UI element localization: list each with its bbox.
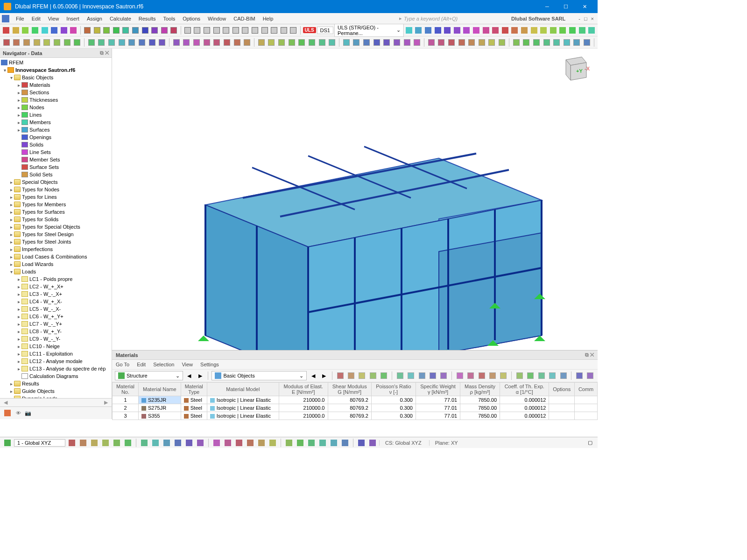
tree-load-lc8[interactable]: ▸LC8 - W_+_Y- [0,328,112,335]
sb-btn-19[interactable] [296,438,305,448]
sb-btn-12[interactable] [212,438,221,448]
tree-tail-guide-objects[interactable]: ▸Guide Objects [0,387,112,395]
tb2-btn-54[interactable] [572,38,582,47]
sb-btn-25[interactable] [368,438,377,448]
sb-btn-7[interactable] [151,438,160,448]
tree-item-lines[interactable]: ▸Lines [0,111,112,119]
tb2-btn-36[interactable] [382,38,391,47]
tb2-btn-14[interactable] [148,38,157,47]
coord-system-combo[interactable]: 1 - Global XYZ [14,439,65,447]
bptb-5[interactable] [395,371,404,380]
tb1-btn-c9[interactable] [270,26,279,35]
nav-scroll-right[interactable]: ▶ [101,399,111,406]
tb1-btn-4[interactable] [40,26,49,35]
tb1-btn-c11[interactable] [289,26,298,35]
bptb-2[interactable] [358,371,366,380]
loadcase-combo[interactable]: ULS (STR/GEO) - Permane...⌄ [334,24,404,37]
sb-btn-20[interactable] [307,438,316,448]
tree-folder-types-for-nodes[interactable]: ▸Types for Nodes [0,186,112,193]
bptb-12[interactable] [477,371,486,380]
menu-cad-bim[interactable]: CAD-BIM [230,13,259,24]
tb1-btn-d4[interactable] [443,26,452,35]
bptb-7[interactable] [417,371,426,380]
tb2-btn-35[interactable] [372,38,381,47]
tb2-btn-21[interactable] [222,38,232,47]
tb2-btn-5[interactable] [52,38,62,47]
tb2-btn-40[interactable] [427,38,436,47]
menu-help[interactable]: Help [259,13,277,24]
materials-grid[interactable]: MaterialNo.Material NameMaterialTypeMate… [112,382,598,438]
tb1-btn-b6[interactable] [141,26,149,35]
tb1-btn-c5[interactable] [232,26,240,35]
tb2-btn-4[interactable] [42,38,52,47]
mdi-close-icon[interactable]: × [589,16,596,21]
maximize-button[interactable]: ☐ [557,0,575,13]
tree-item-surface-sets[interactable]: Surface Sets [0,163,112,171]
material-row[interactable]: 1 S235JR Steel Isotropic | Linear Elasti… [113,396,598,404]
tb2-btn-13[interactable] [137,38,147,47]
tb2-btn-26[interactable] [277,38,286,47]
sb-btn-24[interactable] [357,438,366,448]
bptb-17[interactable] [537,371,546,380]
tb2-btn-27[interactable] [287,38,296,47]
tb2-btn-46[interactable] [487,38,497,47]
tb2-btn-42[interactable] [447,38,456,47]
tb2-btn-16[interactable] [172,38,181,47]
tree-load-lc9[interactable]: ▸LC9 - W_-_Y- [0,335,112,343]
menu-insert[interactable]: Insert [63,13,83,24]
bpm-goto[interactable]: Go To [116,362,129,367]
tb2-btn-55[interactable] [582,38,592,47]
tb2-btn-15[interactable] [157,38,167,47]
tb2-btn-31[interactable] [327,38,337,47]
tree-load-lc12[interactable]: ▸LC12 - Analyse modale [0,357,112,365]
tb1-btn-c4[interactable] [222,26,231,35]
tb2-btn-6[interactable] [63,38,72,47]
mdi-max-icon[interactable]: □ [582,16,589,21]
tree-tail-results[interactable]: ▸Results [0,380,112,387]
sb-btn-18[interactable] [284,438,294,448]
sb-btn-0[interactable] [67,438,77,448]
tb1-btn-d18[interactable] [578,26,586,35]
bptb-prev2[interactable]: ◀ [309,371,317,380]
sb-btn-23[interactable] [340,438,350,448]
tree-folder-imperfections[interactable]: ▸Imperfections [0,245,112,253]
sb-btn-21[interactable] [318,438,327,448]
tree-folder-load-cases-combinations[interactable]: ▸Load Cases & Combinations [0,253,112,260]
col-header[interactable]: Material Name [138,383,181,396]
menu-assign[interactable]: Assign [83,13,106,24]
eye-icon[interactable]: 👁 [16,410,21,416]
bptb-next[interactable]: ▶ [196,371,204,380]
tb1-btn-5[interactable] [50,26,59,35]
tb1-btn-3[interactable] [31,26,40,35]
bptb-3[interactable] [368,371,377,380]
tb2-btn-37[interactable] [392,38,402,47]
bptb-14[interactable] [499,371,508,380]
tree-folder-types-for-lines[interactable]: ▸Types for Lines [0,193,112,201]
tb2-btn-28[interactable] [297,38,306,47]
sb-btn-11[interactable] [196,438,205,448]
bptb-11[interactable] [466,371,475,380]
tb2-btn-47[interactable] [497,38,507,47]
tb2-btn-20[interactable] [212,38,221,47]
tb1-btn-d2[interactable] [424,26,433,35]
tb2-btn-8[interactable] [87,38,96,47]
keyword-search[interactable]: Type a keyword (Alt+Q) [404,16,488,21]
col-header[interactable]: Specific Weightγ [kN/m³] [416,383,460,396]
tb1-btn-b9[interactable] [169,26,178,35]
col-header[interactable]: Comm [575,383,598,396]
tb2-btn-48[interactable] [512,38,521,47]
tb2-btn-29[interactable] [307,38,317,47]
sb-btn-6[interactable] [140,438,149,448]
tb2-btn-34[interactable] [362,38,371,47]
tree-folder-types-for-steel-design[interactable]: ▸Types for Steel Design [0,231,112,238]
tree-folder-types-for-members[interactable]: ▸Types for Members [0,201,112,208]
tb1-btn-d6[interactable] [462,26,471,35]
tb1-btn-b1[interactable] [92,26,101,35]
tb2-btn-1[interactable] [12,38,21,47]
tb1-btn-d17[interactable] [568,26,577,35]
bpm-view[interactable]: View [182,362,193,367]
tree-item-openings[interactable]: Openings [0,133,112,141]
menu-calculate[interactable]: Calculate [106,13,135,24]
structure-combo[interactable]: Structure⌄ [115,371,183,380]
tb1-btn-b8[interactable] [160,26,169,35]
